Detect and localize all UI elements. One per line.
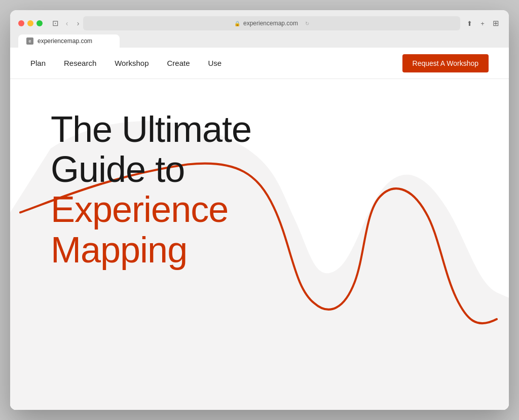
minimize-button[interactable] bbox=[27, 20, 33, 26]
reload-icon[interactable]: ↻ bbox=[305, 21, 309, 26]
close-button[interactable] bbox=[18, 20, 24, 26]
request-workshop-button[interactable]: Request A Workshop bbox=[402, 54, 489, 72]
forward-button[interactable]: › bbox=[73, 18, 83, 28]
nav-plan[interactable]: Plan bbox=[30, 59, 46, 67]
share-button[interactable]: ⬆ bbox=[464, 18, 474, 28]
nav-create[interactable]: Create bbox=[167, 59, 190, 67]
site-nav: Plan Research Workshop Create Use Reques… bbox=[10, 48, 509, 79]
hero-text: The Ultimate Guide to Experience Mapping bbox=[10, 79, 509, 270]
nav-links: Plan Research Workshop Create Use bbox=[30, 59, 402, 67]
security-icon: 🔒 bbox=[234, 21, 240, 26]
hero-line-3: Experience bbox=[51, 189, 509, 230]
nav-workshop[interactable]: Workshop bbox=[115, 59, 149, 67]
maximize-button[interactable] bbox=[36, 20, 43, 26]
url-text: experiencemap.com bbox=[243, 20, 298, 27]
address-bar[interactable]: 🔒 experiencemap.com ↻ bbox=[83, 16, 460, 30]
browser-content: Plan Research Workshop Create Use Reques… bbox=[10, 48, 509, 410]
hero-line-1: The Ultimate bbox=[51, 109, 509, 149]
sidebar-toggle[interactable]: ⊡ bbox=[49, 18, 62, 28]
grid-view-button[interactable]: ⊞ bbox=[491, 18, 501, 28]
browser-chrome: ⊡ ‹ › 🔒 experiencemap.com ↻ ⬆ + ⊞ e bbox=[10, 10, 509, 48]
tab-title: experiencemap.com bbox=[38, 37, 92, 45]
tab-bar: e experiencemap.com bbox=[18, 34, 501, 48]
nav-use[interactable]: Use bbox=[208, 59, 222, 67]
traffic-lights bbox=[18, 20, 43, 26]
tab-favicon: e bbox=[26, 37, 33, 45]
browser-titlebar: ⊡ ‹ › 🔒 experiencemap.com ↻ ⬆ + ⊞ bbox=[18, 16, 501, 30]
new-tab-button[interactable]: + bbox=[477, 18, 488, 28]
address-bar-container: 🔒 experiencemap.com ↻ bbox=[83, 16, 460, 30]
browser-nav: ‹ › bbox=[62, 18, 83, 28]
active-tab[interactable]: e experiencemap.com bbox=[18, 34, 120, 48]
browser-actions: ⬆ + ⊞ bbox=[464, 18, 501, 28]
hero-line-4: Mapping bbox=[51, 230, 509, 270]
nav-research[interactable]: Research bbox=[64, 59, 96, 67]
back-button[interactable]: ‹ bbox=[62, 18, 72, 28]
hero-line-2: Guide to bbox=[51, 149, 509, 189]
browser-window: ⊡ ‹ › 🔒 experiencemap.com ↻ ⬆ + ⊞ e bbox=[10, 10, 509, 410]
hero-section: The Ultimate Guide to Experience Mapping bbox=[10, 79, 509, 410]
